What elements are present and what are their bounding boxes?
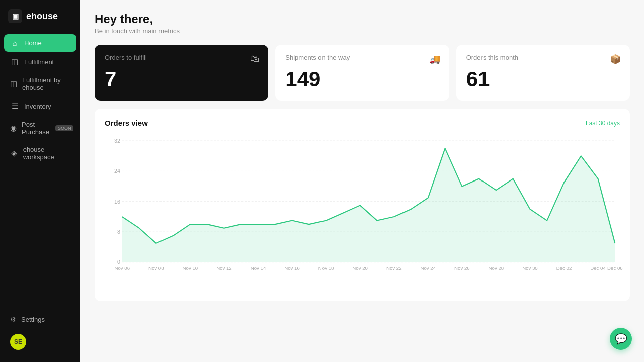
chart-header: Orders view Last 30 days <box>105 119 620 127</box>
svg-text:Dec 06: Dec 06 <box>607 265 623 271</box>
ehouse-workspace-icon: ◈ <box>10 149 18 158</box>
svg-text:0: 0 <box>117 259 120 265</box>
settings-icon: ⚙ <box>10 316 16 323</box>
metric-icon-shipments-way: 🚚 <box>429 54 440 65</box>
chat-button[interactable]: 💬 <box>610 328 632 350</box>
metric-value-orders-fulfill: 7 <box>105 67 258 92</box>
metric-value-shipments-way: 149 <box>285 67 439 92</box>
sidebar: ▣ ehouse ⌂Home◫Fulfillment◫Fulfillment b… <box>0 0 80 362</box>
metric-card-orders-fulfill: Orders to fulfill 7 🛍 <box>95 45 268 101</box>
page-title: Hey there, <box>95 12 630 26</box>
orders-chart: 08162432Nov 06Nov 08Nov 10Nov 12Nov 14No… <box>105 133 620 294</box>
sidebar-label-fulfillment-ehouse: Fulfillment by ehouse <box>22 76 70 92</box>
chart-container: 08162432Nov 06Nov 08Nov 10Nov 12Nov 14No… <box>105 133 620 296</box>
svg-text:32: 32 <box>114 138 120 144</box>
metric-label-shipments-way: Shipments on the way <box>285 54 439 61</box>
svg-text:Nov 30: Nov 30 <box>522 265 538 271</box>
chart-card: Orders view Last 30 days 08162432Nov 06N… <box>95 109 630 301</box>
svg-text:Dec 02: Dec 02 <box>556 265 572 271</box>
svg-text:Nov 18: Nov 18 <box>318 265 334 271</box>
chart-period: Last 30 days <box>586 120 620 127</box>
svg-text:8: 8 <box>117 229 120 235</box>
inventory-icon: ☰ <box>10 102 19 111</box>
sidebar-item-post-purchase[interactable]: ◉Post PurchaseSOON <box>4 116 76 140</box>
metric-label-orders-month: Orders this month <box>466 54 620 61</box>
sidebar-item-home[interactable]: ⌂Home <box>4 34 76 52</box>
metric-icon-orders-fulfill: 🛍 <box>250 54 259 64</box>
metrics-row: Orders to fulfill 7 🛍 Shipments on the w… <box>95 45 630 101</box>
sidebar-bottom: ⚙ Settings SE <box>0 305 80 362</box>
logo-icon: ▣ <box>8 9 22 23</box>
fulfillment-icon: ◫ <box>10 57 19 66</box>
svg-text:Nov 24: Nov 24 <box>420 265 436 271</box>
home-icon: ⌂ <box>10 39 19 47</box>
logo-text: ehouse <box>26 11 58 22</box>
fulfillment-ehouse-icon: ◫ <box>10 79 17 88</box>
metric-value-orders-month: 61 <box>466 67 620 92</box>
svg-text:Nov 26: Nov 26 <box>454 265 470 271</box>
svg-text:Nov 06: Nov 06 <box>114 265 130 271</box>
page-header: Hey there, Be in touch with main metrics <box>95 12 630 35</box>
sidebar-label-inventory: Inventory <box>24 103 51 110</box>
settings-item[interactable]: ⚙ Settings <box>4 311 76 328</box>
chart-title: Orders view <box>105 119 148 127</box>
sidebar-label-fulfillment: Fulfillment <box>24 58 54 66</box>
settings-label: Settings <box>21 316 45 323</box>
sidebar-item-fulfillment[interactable]: ◫Fulfillment <box>4 53 76 71</box>
sidebar-nav: ⌂Home◫Fulfillment◫Fulfillment by ehouse☰… <box>0 32 80 305</box>
sidebar-item-inventory[interactable]: ☰Inventory <box>4 97 76 115</box>
svg-text:Nov 20: Nov 20 <box>352 265 368 271</box>
metric-card-shipments-way: Shipments on the way 149 🚚 <box>275 45 449 101</box>
svg-text:Nov 12: Nov 12 <box>216 265 232 271</box>
metric-card-orders-month: Orders this month 61 📦 <box>456 45 630 101</box>
svg-text:Nov 22: Nov 22 <box>386 265 402 271</box>
main-content: Hey there, Be in touch with main metrics… <box>80 0 644 362</box>
badge-post-purchase: SOON <box>55 125 74 131</box>
svg-text:24: 24 <box>114 168 120 174</box>
avatar[interactable]: SE <box>10 334 26 350</box>
sidebar-item-fulfillment-ehouse[interactable]: ◫Fulfillment by ehouse <box>4 72 76 96</box>
svg-text:Nov 16: Nov 16 <box>284 265 300 271</box>
svg-text:Nov 10: Nov 10 <box>183 265 198 271</box>
svg-text:Nov 14: Nov 14 <box>251 265 266 271</box>
svg-text:Nov 28: Nov 28 <box>489 265 504 271</box>
svg-text:16: 16 <box>114 199 120 205</box>
logo[interactable]: ▣ ehouse <box>0 0 80 32</box>
svg-text:Nov 08: Nov 08 <box>148 265 164 271</box>
page-subtitle: Be in touch with main metrics <box>95 27 630 35</box>
post-purchase-icon: ◉ <box>10 124 17 133</box>
chat-icon: 💬 <box>615 333 627 345</box>
sidebar-label-post-purchase: Post Purchase <box>22 121 49 136</box>
sidebar-item-ehouse-workspace[interactable]: ◈ehouse workspace <box>4 141 76 165</box>
metric-icon-orders-month: 📦 <box>610 54 621 65</box>
sidebar-label-ehouse-workspace: ehouse workspace <box>23 146 70 161</box>
sidebar-label-home: Home <box>24 39 42 47</box>
metric-label-orders-fulfill: Orders to fulfill <box>105 54 258 61</box>
svg-text:Dec 04: Dec 04 <box>590 265 606 271</box>
